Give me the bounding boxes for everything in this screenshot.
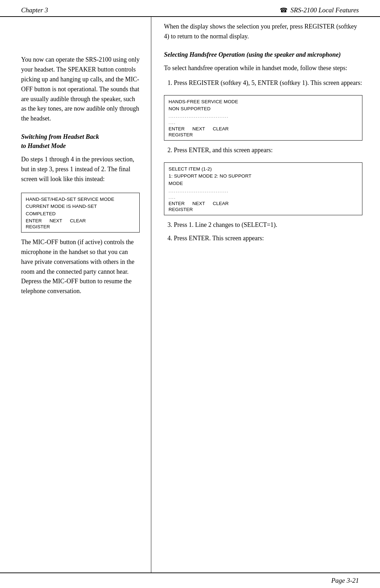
handsfree-intro: To select handsfree operation while in h… xyxy=(164,63,362,73)
step1-text: 1. Press REGISTER (softkey 4), 5, ENTER … xyxy=(164,78,362,88)
header-title-text: SRS-2100 Local Features xyxy=(290,6,359,14)
screen3-line1: SELECT ITEM (1-2) xyxy=(169,166,358,173)
screen1-softkeys: ENTER NEXT CLEAR xyxy=(26,218,135,223)
step3-text: 3. Press 1. Line 2 changes to (SELECT=1)… xyxy=(164,220,362,230)
screen1-enter: ENTER xyxy=(26,218,42,223)
screen2-register: REGISTER xyxy=(169,132,358,137)
handsfree-heading: Selecting Handsfree Operation (using the… xyxy=(164,50,362,59)
right-column: When the display shows the selection you… xyxy=(151,17,380,572)
screen3-line2: 1: SUPPORT MODE 2: NO SUPPORT xyxy=(169,173,358,180)
page-header: Chapter 3 ☎ SRS-2100 Local Features xyxy=(0,0,380,17)
switching-heading-line1: Switching from Headset Back xyxy=(21,133,99,140)
screen1-line3: COMPLETED xyxy=(26,210,135,217)
screen1-clear: CLEAR xyxy=(70,218,86,223)
screen1-next: NEXT xyxy=(50,218,62,223)
screen3-enter: ENTER xyxy=(169,201,185,206)
screen2-softkeys: ENTER NEXT CLEAR xyxy=(169,126,358,131)
right-spacer xyxy=(164,247,362,563)
content-area: You now can operate the SRS-2100 using o… xyxy=(0,17,380,573)
page-number: Page 3-21 xyxy=(331,577,359,584)
page-container: Chapter 3 ☎ SRS-2100 Local Features You … xyxy=(0,0,380,588)
page-footer: Page 3-21 xyxy=(0,573,380,588)
right-top-body: When the display shows the selection you… xyxy=(164,22,362,42)
screen3-line3: MODE xyxy=(169,180,358,187)
screen-box-2: HANDS-FREE SERVICE MODE NON SUPPORTED ..… xyxy=(164,95,362,141)
top-spacer xyxy=(21,27,140,55)
screen3-register: REGISTER xyxy=(169,207,358,212)
screen2-clear: CLEAR xyxy=(213,126,229,131)
left-body-2: Do steps 1 through 4 in the previous sec… xyxy=(21,155,140,184)
screen2-line2: NON SUPPORTED xyxy=(169,105,358,112)
screen1-line1: HAND-SET/HEAD-SET SERVICE MODE xyxy=(26,196,135,203)
step4-text: 4. Press ENTER. This screen appears: xyxy=(164,234,362,243)
phone-icon: ☎ xyxy=(280,6,287,14)
screen2-dots: ................................. xyxy=(169,113,358,119)
switching-heading-line2: to Handset Mode xyxy=(21,142,66,149)
screen2-line1: HANDS-FREE SERVICE MODE xyxy=(169,98,358,105)
screen3-next: NEXT xyxy=(192,201,205,206)
screen1-line2: CURRENT MODE IS HAND-SET xyxy=(26,203,135,210)
screen2-next: NEXT xyxy=(192,126,205,131)
screen3-softkeys: ENTER NEXT CLEAR xyxy=(169,201,358,206)
switching-heading: Switching from Headset Back to Handset M… xyxy=(21,132,140,150)
step2-text: 2. Press ENTER, and this screen appears: xyxy=(164,146,362,155)
screen3-dots: ................................. xyxy=(169,188,358,193)
screen3-short-dots: .... xyxy=(169,194,358,200)
chapter-label: Chapter 3 xyxy=(21,6,48,14)
screen2-short-dots: .... xyxy=(169,120,358,125)
header-title: ☎ SRS-2100 Local Features xyxy=(280,6,359,14)
screen3-clear: CLEAR xyxy=(213,201,229,206)
left-body-1: You now can operate the SRS-2100 using o… xyxy=(21,55,140,124)
left-column: You now can operate the SRS-2100 using o… xyxy=(0,17,151,572)
screen2-enter: ENTER xyxy=(169,126,185,131)
left-body-3: The MIC-OFF button (if active) controls … xyxy=(21,237,140,296)
screen-box-3: SELECT ITEM (1-2) 1: SUPPORT MODE 2: NO … xyxy=(164,162,362,215)
screen1-register: REGISTER xyxy=(26,224,135,229)
screen-box-1: HAND-SET/HEAD-SET SERVICE MODE CURRENT M… xyxy=(21,193,140,233)
